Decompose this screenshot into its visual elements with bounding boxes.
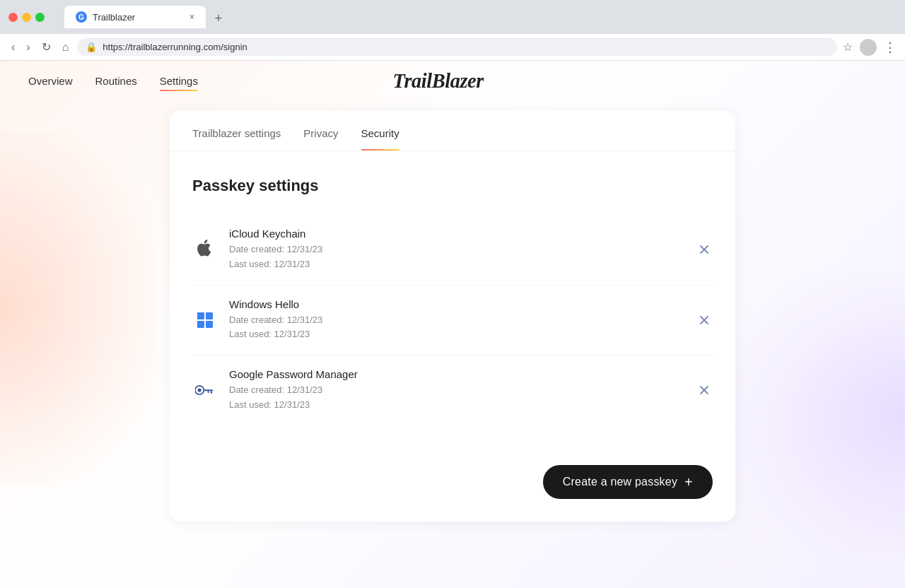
browser-actions: ☆ ⋮ (843, 39, 897, 56)
svg-point-4 (198, 389, 202, 392)
windows-square-3 (197, 321, 204, 328)
minimize-button[interactable] (22, 13, 31, 22)
brand-logo: TrailBlazer (389, 66, 516, 99)
nav-links: Overview Routines Settings (28, 75, 198, 90)
top-navigation: Overview Routines Settings TrailBlazer (0, 61, 905, 103)
address-text: https://trailblazerrunning.com/signin (103, 42, 829, 52)
passkey-name-google: Google Password Manager (229, 368, 684, 380)
windows-square-1 (197, 312, 204, 319)
passkey-meta-icloud: Date created: 12/31/23 Last used: 12/31/… (229, 242, 684, 272)
bookmark-icon[interactable]: ☆ (843, 40, 853, 54)
passkey-info-icloud: iCloud Keychain Date created: 12/31/23 L… (229, 228, 684, 272)
back-button[interactable]: ‹ (8, 40, 18, 55)
passkey-name-windows: Windows Hello (229, 298, 684, 310)
bg-decoration-left (0, 131, 156, 485)
nav-routines[interactable]: Routines (95, 75, 137, 90)
tab-security[interactable]: Security (361, 127, 399, 151)
forward-button[interactable]: › (23, 40, 33, 55)
tab-trailblazer-settings[interactable]: Trailblazer settings (192, 127, 281, 151)
passkey-item-icloud: iCloud Keychain Date created: 12/31/23 L… (192, 215, 713, 286)
page-content: Overview Routines Settings TrailBlazer T… (0, 61, 905, 588)
svg-rect-5 (203, 390, 213, 392)
passkey-item-google: Google Password Manager Date created: 12… (192, 355, 713, 425)
svg-text:G: G (78, 13, 84, 21)
create-btn-label: Create a new passkey (563, 476, 677, 488)
windows-square-2 (206, 312, 213, 319)
home-button[interactable]: ⌂ (59, 40, 72, 55)
address-bar[interactable]: 🔒 https://trailblazerrunning.com/signin (77, 38, 837, 56)
traffic-lights (8, 13, 45, 22)
passkey-item-windows: Windows Hello Date created: 12/31/23 Las… (192, 286, 713, 356)
passkey-meta-google: Date created: 12/31/23 Last used: 12/31/… (229, 383, 684, 413)
user-avatar[interactable] (860, 39, 877, 56)
address-bar-row: ‹ › ↻ ⌂ 🔒 https://trailblazerrunning.com… (0, 34, 905, 61)
svg-text:TrailBlazer: TrailBlazer (393, 70, 485, 92)
close-button[interactable] (8, 13, 18, 22)
nav-settings[interactable]: Settings (160, 75, 198, 90)
browser-chrome: G Trailblazer × + ‹ › ↻ ⌂ 🔒 https://trai… (0, 0, 905, 61)
settings-tabs: Trailblazer settings Privacy Security (170, 110, 735, 151)
settings-card: Trailblazer settings Privacy Security Pa… (170, 110, 735, 522)
passkey-meta-windows: Date created: 12/31/23 Last used: 12/31/… (229, 313, 684, 343)
tab-bar: G Trailblazer × + (56, 6, 897, 28)
passkey-info-google: Google Password Manager Date created: 12… (229, 368, 684, 413)
svg-rect-7 (208, 392, 209, 394)
passkey-list: iCloud Keychain Date created: 12/31/23 L… (192, 215, 713, 425)
create-btn-plus-icon: + (684, 475, 693, 489)
svg-rect-6 (211, 392, 212, 394)
windows-square-4 (206, 321, 213, 328)
passkey-name-icloud: iCloud Keychain (229, 228, 684, 240)
maximize-button[interactable] (35, 13, 45, 22)
menu-icon[interactable]: ⋮ (884, 40, 897, 55)
windows-icon (192, 307, 218, 333)
lock-icon: 🔒 (86, 42, 97, 52)
tab-privacy[interactable]: Privacy (303, 127, 338, 151)
key-icon (192, 377, 218, 403)
new-tab-button[interactable]: + (209, 8, 228, 28)
remove-windows-button[interactable] (696, 312, 713, 329)
section-title: Passkey settings (192, 177, 713, 195)
tab-close-icon[interactable]: × (189, 12, 194, 22)
browser-titlebar: G Trailblazer × + (0, 0, 905, 34)
bg-decoration-right (728, 273, 905, 555)
passkey-content: Passkey settings iCloud Keychain Date cr… (170, 151, 735, 448)
tab-title: Trailblazer (93, 12, 135, 23)
remove-google-button[interactable] (696, 382, 713, 399)
apple-icon (192, 237, 218, 262)
trailblazer-logo-svg: TrailBlazer (389, 66, 516, 94)
tab-favicon: G (76, 11, 87, 23)
create-btn-container: Create a new passkey + (170, 448, 735, 522)
passkey-info-windows: Windows Hello Date created: 12/31/23 Las… (229, 298, 684, 343)
browser-tab[interactable]: G Trailblazer × (64, 6, 206, 28)
nav-overview[interactable]: Overview (28, 75, 73, 90)
create-passkey-button[interactable]: Create a new passkey + (543, 465, 713, 499)
refresh-button[interactable]: ↻ (39, 39, 54, 55)
remove-icloud-button[interactable] (696, 241, 713, 258)
